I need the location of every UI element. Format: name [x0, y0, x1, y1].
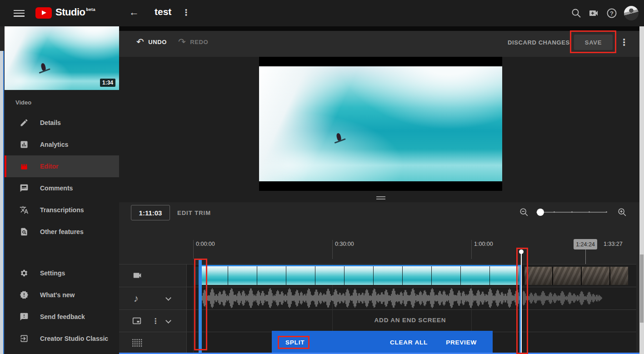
redo-icon: ↷	[178, 37, 186, 46]
sidebar-item-send-feedback[interactable]: Send feedback	[5, 306, 119, 328]
blur-track-icon	[132, 339, 142, 347]
toolbar-gap	[119, 26, 639, 31]
sidebar-footer-nav: Settings What's new Send feedback Creato…	[5, 262, 119, 349]
feedback-icon	[20, 312, 29, 321]
undo-button[interactable]: ↶ UNDO	[136, 37, 167, 46]
preview-button[interactable]: PREVIEW	[446, 339, 477, 346]
sidebar-item-details[interactable]: Details	[5, 112, 119, 134]
search-icon[interactable]	[571, 8, 582, 19]
redo-button[interactable]: ↷ REDO	[178, 37, 208, 46]
sidebar-item-label: Creator Studio Classic	[40, 335, 108, 342]
total-duration-label: 1:33:27	[604, 241, 623, 247]
svg-text:?: ?	[610, 10, 614, 17]
slider-tick	[554, 211, 555, 213]
audio-waveform-segment-2[interactable]	[523, 291, 603, 305]
sidebar-item-label: Comments	[40, 184, 73, 192]
brand-name: Studiobeta	[55, 6, 95, 18]
audio-waveform-segment-1[interactable]	[199, 288, 522, 308]
undo-label: UNDO	[148, 39, 167, 45]
panel-drag-handle[interactable]	[376, 196, 385, 200]
title-kebab-icon[interactable]: ⋮	[182, 7, 190, 18]
video-thumbnail[interactable]: 1:34	[5, 26, 119, 90]
sidebar-item-label: Analytics	[40, 141, 68, 148]
discard-changes-button[interactable]: DISCARD CHANGES	[508, 39, 570, 46]
sidebar-item-label: Transcriptions	[40, 206, 84, 214]
youtube-logo[interactable]	[35, 7, 52, 19]
sidebar-item-other-features[interactable]: Other features	[5, 221, 119, 243]
sidebar-item-whats-new[interactable]: What's new	[5, 284, 119, 306]
annotation-box-split-button	[278, 336, 310, 349]
brand-text: Studio	[55, 6, 85, 18]
pencil-icon	[20, 118, 29, 127]
zoom-slider-thumb[interactable]	[537, 209, 544, 216]
add-end-screen-button[interactable]: ADD AN END SCREEN	[193, 317, 627, 324]
audio-track-icon: ♪	[134, 293, 139, 304]
gear-icon	[20, 269, 29, 278]
video-clip-segment-2[interactable]	[524, 267, 628, 285]
redo-label: REDO	[190, 39, 208, 45]
sidebar-section-label: Video	[15, 99, 31, 106]
hamburger-menu-icon[interactable]	[14, 10, 25, 17]
annotation-box-split-marker	[194, 259, 207, 350]
exit-icon	[20, 334, 29, 343]
scrollbar-thumb[interactable]	[640, 254, 644, 323]
video-track-icon	[132, 270, 142, 282]
window-edge-strip	[0, 51, 4, 354]
sidebar-item-editor[interactable]: Editor	[5, 155, 119, 177]
sidebar-item-label: Editor	[40, 163, 58, 170]
surfer-figure	[40, 63, 46, 71]
account-avatar[interactable]	[624, 6, 639, 20]
trim-marker-badge[interactable]: 1:24:24	[574, 239, 597, 249]
undo-icon: ↶	[136, 37, 144, 46]
whats-new-icon	[20, 290, 29, 299]
timeline-zoom-slider[interactable]	[536, 212, 607, 213]
annotation-box-playhead	[516, 248, 528, 354]
video-title: test	[155, 6, 171, 17]
top-bar: Studiobeta ← test ⋮ ?	[0, 0, 644, 26]
sidebar-item-label: Send feedback	[40, 313, 85, 320]
back-arrow-icon[interactable]: ←	[129, 6, 139, 18]
slider-tick	[571, 211, 573, 213]
audio-chevron-down-icon[interactable]	[165, 295, 171, 301]
doc-search-icon	[20, 227, 29, 236]
translate-icon	[20, 205, 29, 214]
sidebar-item-label: What's new	[40, 291, 75, 299]
beta-tag: beta	[86, 7, 95, 12]
ruler-tick	[193, 240, 194, 259]
sidebar-item-transcriptions[interactable]: Transcriptions	[5, 199, 119, 221]
video-frame	[259, 66, 502, 181]
end-screen-kebab-icon[interactable]: ⋮	[152, 317, 159, 325]
zoom-out-icon[interactable]	[519, 207, 529, 219]
video-clip-segment-1[interactable]	[199, 265, 521, 285]
ruler-tick	[471, 240, 472, 259]
header-column-divider	[186, 264, 187, 354]
end-screen-chevron-down-icon[interactable]	[165, 318, 171, 324]
analytics-icon	[20, 140, 29, 149]
ruler-label: 0:00:00	[196, 241, 215, 247]
ruler-label: 1:00:00	[474, 241, 493, 247]
sidebar-item-creator-studio-classic[interactable]: Creator Studio Classic	[5, 328, 119, 349]
annotation-box-save	[570, 30, 616, 53]
clear-all-button[interactable]: CLEAR ALL	[390, 339, 428, 346]
youtube-studio-editor: Studiobeta ← test ⋮ ? 1:34 Video Details…	[0, 0, 644, 354]
duration-badge: 1:34	[100, 79, 115, 87]
zoom-in-icon[interactable]	[617, 207, 627, 219]
timecode-input[interactable]: 1:11:03	[131, 205, 170, 220]
sidebar-item-comments[interactable]: Comments	[5, 177, 119, 199]
help-icon[interactable]: ?	[606, 8, 617, 19]
sidebar-item-label: Settings	[40, 269, 65, 277]
surfer-figure	[336, 133, 342, 141]
comments-icon	[20, 184, 29, 193]
sidebar-item-settings[interactable]: Settings	[5, 262, 119, 284]
create-video-icon[interactable]	[588, 8, 599, 19]
sidebar-nav: Details Analytics Editor Comments Transc…	[5, 112, 119, 243]
ruler-tick	[332, 240, 333, 259]
video-player[interactable]	[259, 57, 502, 191]
edit-trim-label[interactable]: EDIT TRIM	[177, 209, 211, 216]
slider-tick	[606, 211, 607, 213]
sidebar-item-analytics[interactable]: Analytics	[5, 134, 119, 155]
sidebar-item-label: Other features	[40, 228, 84, 235]
toolbar-kebab-icon[interactable]: ⋮	[619, 37, 629, 48]
end-screen-track-icon	[132, 316, 142, 328]
editor-icon	[20, 162, 29, 171]
